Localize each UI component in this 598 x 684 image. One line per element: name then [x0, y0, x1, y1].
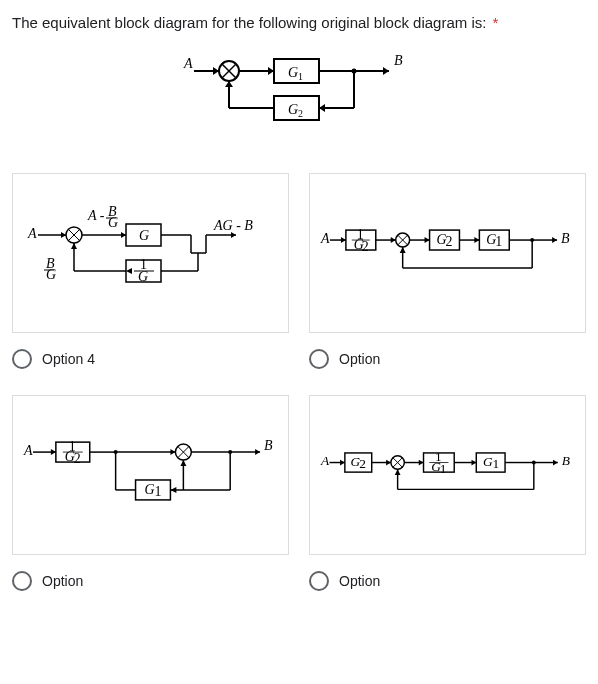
- svg-text:A: A: [320, 231, 330, 246]
- svg-text:G: G: [138, 269, 148, 284]
- svg-text:A -: A -: [87, 208, 105, 223]
- svg-marker-117: [180, 460, 186, 466]
- required-indicator: *: [493, 14, 499, 31]
- svg-text:G: G: [288, 65, 298, 80]
- option-label-3: Option: [42, 573, 83, 589]
- svg-marker-105: [255, 449, 260, 455]
- svg-text:G: G: [145, 482, 155, 497]
- radio-icon: [12, 571, 32, 591]
- main-output-label: B: [394, 53, 403, 68]
- svg-marker-13: [383, 67, 389, 75]
- svg-text:1: 1: [298, 71, 303, 82]
- svg-marker-137: [471, 460, 476, 466]
- option-cell-1: A A - B G G AG - B: [12, 173, 289, 375]
- option-label-2: Option: [339, 351, 380, 367]
- svg-marker-91: [51, 449, 56, 455]
- radio-icon: [309, 349, 329, 369]
- svg-text:B: B: [562, 453, 570, 468]
- svg-marker-144: [553, 460, 558, 466]
- svg-text:G: G: [483, 454, 493, 469]
- option-diagram-3: A 1 G 2 B: [12, 395, 289, 555]
- svg-text:G: G: [288, 102, 298, 117]
- option-radio-2[interactable]: Option: [309, 343, 586, 375]
- option-radio-4[interactable]: Option: [309, 565, 586, 597]
- option-radio-1[interactable]: Option 4: [12, 343, 289, 375]
- svg-marker-110: [170, 487, 176, 493]
- svg-marker-83: [552, 237, 557, 243]
- svg-text:G: G: [108, 215, 118, 230]
- option-cell-4: A G 2 1 G 1 G: [309, 395, 586, 597]
- option-diagram-4: A G 2 1 G 1 G: [309, 395, 586, 555]
- svg-marker-149: [395, 469, 401, 475]
- radio-icon: [309, 571, 329, 591]
- main-input-label: A: [183, 56, 193, 71]
- svg-text:AG - B: AG - B: [213, 218, 253, 233]
- svg-text:2: 2: [446, 234, 453, 249]
- option-radio-3[interactable]: Option: [12, 565, 289, 597]
- svg-marker-100: [170, 449, 175, 455]
- main-block-diagram: A G 1 B G 2: [12, 53, 586, 143]
- svg-text:A: A: [27, 226, 37, 241]
- svg-marker-88: [400, 247, 406, 253]
- svg-text:1: 1: [493, 456, 500, 471]
- option-label-4: Option: [339, 573, 380, 589]
- option-diagram-1: A A - B G G AG - B: [12, 173, 289, 333]
- svg-marker-120: [340, 460, 345, 466]
- svg-text:2: 2: [298, 108, 303, 119]
- option-diagram-2: A 1 G 2 G 2 G: [309, 173, 586, 333]
- options-grid: A A - B G G AG - B: [12, 173, 586, 597]
- question-text-content: The equivalent block diagram for the fol…: [12, 14, 486, 31]
- svg-text:G: G: [46, 267, 56, 282]
- svg-text:1: 1: [154, 484, 161, 499]
- option-label-1: Option 4: [42, 351, 95, 367]
- svg-text:A: A: [23, 443, 33, 458]
- svg-marker-22: [225, 81, 233, 87]
- svg-text:B: B: [264, 438, 273, 453]
- svg-text:A: A: [320, 453, 330, 468]
- svg-text:1: 1: [440, 461, 447, 476]
- option-cell-3: A 1 G 2 B: [12, 395, 289, 597]
- svg-text:2: 2: [74, 451, 81, 466]
- svg-text:B: B: [561, 231, 570, 246]
- svg-text:G: G: [139, 228, 149, 243]
- svg-text:1: 1: [495, 234, 502, 249]
- question-text: The equivalent block diagram for the fol…: [12, 12, 586, 33]
- option-cell-2: A 1 G 2 G 2 G: [309, 173, 586, 375]
- svg-text:2: 2: [362, 239, 369, 254]
- radio-icon: [12, 349, 32, 369]
- svg-marker-125: [386, 460, 391, 466]
- svg-text:2: 2: [359, 456, 366, 471]
- svg-marker-49: [71, 243, 77, 249]
